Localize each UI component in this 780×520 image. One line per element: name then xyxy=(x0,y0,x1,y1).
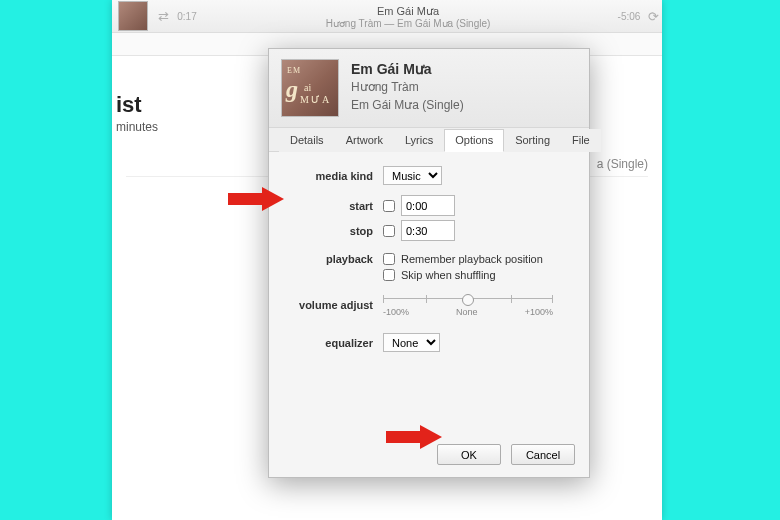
artwork-text-g: g xyxy=(286,76,298,103)
start-time-input[interactable] xyxy=(401,195,455,216)
remember-position-checkbox[interactable] xyxy=(383,253,395,265)
artwork-text-top: EM xyxy=(287,66,301,75)
artwork-text-ai: ai xyxy=(304,82,311,93)
label-volume-adjust: volume adjust xyxy=(287,299,383,311)
remember-position-label: Remember playback position xyxy=(401,253,543,265)
now-playing-subtitle: Hương Tràm — Em Gái Mưa (Single) xyxy=(202,18,614,29)
label-equalizer: equalizer xyxy=(287,337,383,349)
stop-time-input[interactable] xyxy=(401,220,455,241)
song-info-dialog: EM g ai MƯA Em Gái Mưa Hương Tràm Em Gái… xyxy=(268,48,590,478)
dialog-body: media kind Music start stop xyxy=(269,152,589,434)
playlist-sub-fragment: minutes xyxy=(116,120,158,134)
left-panel-fragment: ist minutes xyxy=(112,92,158,134)
skip-shuffle-label: Skip when shuffling xyxy=(401,269,496,281)
volume-max-label: +100% xyxy=(525,307,553,317)
dialog-header: EM g ai MƯA Em Gái Mưa Hương Tràm Em Gái… xyxy=(269,49,589,128)
player-bar: ⇄ 0:17 Em Gái Mưa Hương Tràm — Em Gái Mư… xyxy=(112,0,662,33)
tab-artwork[interactable]: Artwork xyxy=(335,129,394,152)
label-start: start xyxy=(287,200,383,212)
dialog-artwork: EM g ai MƯA xyxy=(281,59,339,117)
tab-file[interactable]: File xyxy=(561,129,601,152)
shuffle-icon[interactable]: ⇄ xyxy=(154,9,172,24)
volume-slider[interactable] xyxy=(383,293,553,305)
media-kind-select[interactable]: Music xyxy=(383,166,442,185)
remaining-time: -5:06 xyxy=(614,11,644,22)
label-media-kind: media kind xyxy=(287,170,383,182)
now-playing-title: Em Gái Mưa xyxy=(202,5,614,17)
equalizer-select[interactable]: None xyxy=(383,333,440,352)
volume-min-label: -100% xyxy=(383,307,409,317)
tab-options[interactable]: Options xyxy=(444,129,504,152)
start-checkbox[interactable] xyxy=(383,200,395,212)
volume-slider-labels: -100% None +100% xyxy=(383,307,553,317)
repeat-icon[interactable]: ⟳ xyxy=(644,9,662,24)
artwork-text-mua: MƯA xyxy=(300,94,331,105)
now-playing-info[interactable]: Em Gái Mưa Hương Tràm — Em Gái Mưa (Sing… xyxy=(202,3,614,28)
tab-lyrics[interactable]: Lyrics xyxy=(394,129,444,152)
volume-slider-knob[interactable] xyxy=(462,294,474,306)
volume-mid-label: None xyxy=(456,307,478,317)
elapsed-time: 0:17 xyxy=(172,11,202,22)
dialog-meta: Em Gái Mưa Hương Tràm Em Gái Mưa (Single… xyxy=(351,59,464,114)
label-stop: stop xyxy=(287,225,383,237)
skip-shuffle-checkbox[interactable] xyxy=(383,269,395,281)
dialog-album: Em Gái Mưa (Single) xyxy=(351,97,464,114)
cancel-button[interactable]: Cancel xyxy=(511,444,575,465)
label-playback: playback xyxy=(287,253,383,265)
ok-button[interactable]: OK xyxy=(437,444,501,465)
playlist-heading-fragment: ist xyxy=(116,92,158,118)
dialog-song-title: Em Gái Mưa xyxy=(351,59,464,79)
dialog-footer: OK Cancel xyxy=(269,434,589,477)
stop-checkbox[interactable] xyxy=(383,225,395,237)
dialog-tabs: Details Artwork Lyrics Options Sorting F… xyxy=(269,128,589,152)
track-album-cell: a (Single) xyxy=(597,157,648,171)
dialog-artist: Hương Tràm xyxy=(351,79,464,96)
now-playing-artwork[interactable] xyxy=(118,1,148,31)
tab-sorting[interactable]: Sorting xyxy=(504,129,561,152)
tab-details[interactable]: Details xyxy=(279,129,335,152)
